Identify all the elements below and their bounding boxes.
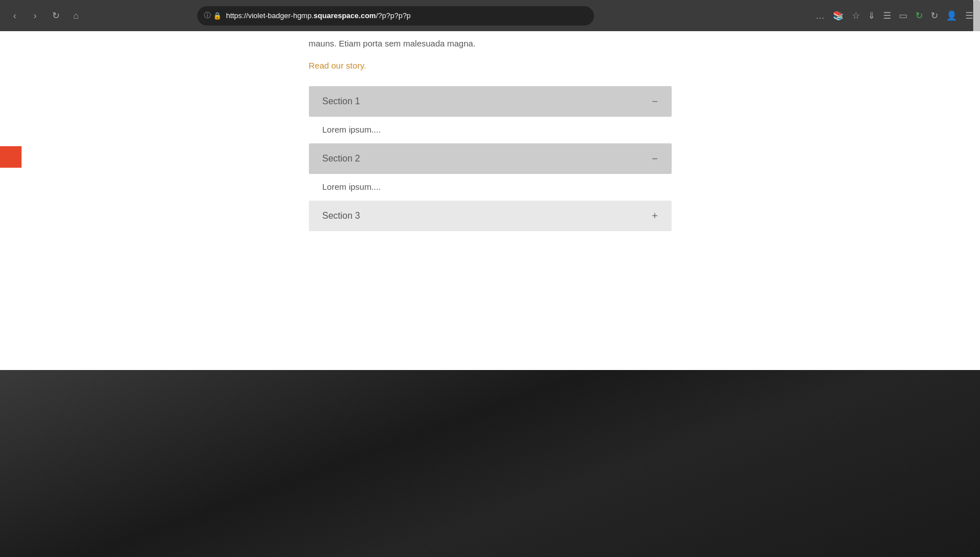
home-icon: ⌂ xyxy=(73,11,79,21)
forward-button[interactable]: › xyxy=(27,8,43,24)
menu-icon[interactable]: ☰ xyxy=(965,10,973,21)
bottom-image-section xyxy=(0,370,980,557)
accordion-header-2[interactable]: Section 2 − xyxy=(309,143,672,174)
account-icon[interactable]: 👤 xyxy=(946,10,957,21)
background-silhouette xyxy=(0,370,980,557)
section-2-body: Lorem ipsum.... xyxy=(309,174,672,199)
forward-icon: › xyxy=(33,11,36,21)
back-button[interactable]: ‹ xyxy=(7,8,23,24)
faded-paragraph: mauns. Etiam porta sem malesuada magna. xyxy=(309,31,672,50)
url-prefix: https://violet-badger-hgmp. xyxy=(226,11,314,20)
download-icon[interactable]: ⇓ xyxy=(868,10,875,21)
read-story-link[interactable]: Read our story. xyxy=(309,61,672,70)
pocket-icon[interactable]: 📚 xyxy=(833,10,844,21)
section-1-toggle-icon: − xyxy=(652,96,658,107)
reload-icon[interactable]: ↻ xyxy=(931,10,938,21)
section-3-toggle-icon: + xyxy=(652,211,658,221)
browser-chrome: ‹ › ↻ ⌂ ⓘ 🔒 https://violet-badger-hgmp.s… xyxy=(0,0,980,31)
accordion-header-3[interactable]: Section 3 + xyxy=(309,201,672,231)
refresh-button[interactable]: ↻ xyxy=(48,8,63,24)
section-1-body: Lorem ipsum.... xyxy=(309,117,672,142)
url-suffix: /?p?p?p?p xyxy=(376,11,410,20)
accordion-header-1[interactable]: Section 1 − xyxy=(309,86,672,117)
section-3-title: Section 3 xyxy=(323,211,360,221)
accordion-item-1: Section 1 − Lorem ipsum.... xyxy=(309,86,672,142)
home-button[interactable]: ⌂ xyxy=(68,8,84,24)
page-content: mauns. Etiam porta sem malesuada magna. … xyxy=(0,31,980,557)
scrollbar-thumb[interactable] xyxy=(973,0,980,34)
section-1-title: Section 1 xyxy=(323,96,360,107)
address-bar[interactable]: ⓘ 🔒 https://violet-badger-hgmp.squarespa… xyxy=(197,6,594,25)
refresh-icon: ↻ xyxy=(52,10,60,21)
top-text-area: mauns. Etiam porta sem malesuada magna. … xyxy=(298,31,683,70)
tabs-icon[interactable]: ▭ xyxy=(899,10,907,21)
accordion-item-3: Section 3 + xyxy=(309,201,672,231)
sync-icon[interactable]: ↻ xyxy=(915,10,923,21)
ellipsis-icon[interactable]: … xyxy=(816,11,825,21)
lock-icon: 🔒 xyxy=(213,12,222,20)
back-icon: ‹ xyxy=(13,11,16,21)
browser-toolbar-right: … 📚 ☆ ⇓ ☰ ▭ ↻ ↻ 👤 ☰ xyxy=(816,10,973,21)
star-icon[interactable]: ☆ xyxy=(852,10,860,21)
section-2-toggle-icon: − xyxy=(652,154,658,164)
info-icon: ⓘ xyxy=(204,11,211,20)
accordion-item-2: Section 2 − Lorem ipsum.... xyxy=(309,143,672,199)
address-text: https://violet-badger-hgmp.squarespace.c… xyxy=(226,11,587,20)
section-2-title: Section 2 xyxy=(323,154,360,164)
red-widget[interactable] xyxy=(0,146,22,168)
security-icons: ⓘ 🔒 xyxy=(204,11,222,20)
url-domain: squarespace.com xyxy=(313,11,376,20)
library-icon[interactable]: ☰ xyxy=(883,10,891,21)
accordion-container: Section 1 − Lorem ipsum.... Section 2 − … xyxy=(298,86,683,231)
